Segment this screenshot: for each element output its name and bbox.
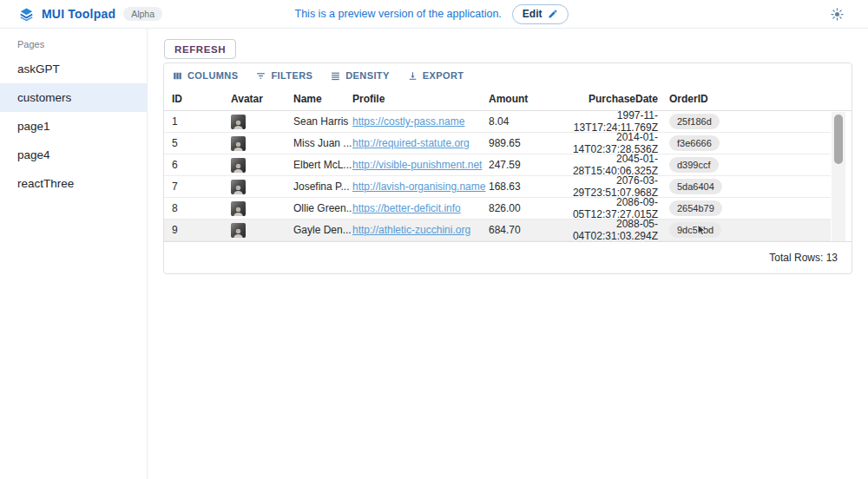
sidebar-items: askGPTcustomerspage1page4reactThree <box>0 55 147 198</box>
export-button[interactable]: EXPORT <box>407 70 464 82</box>
orderid-chip[interactable]: f3e6666 <box>669 135 720 151</box>
cell-orderid: 2654b79 <box>658 200 831 216</box>
sidebar: Pages askGPTcustomerspage1page4reactThre… <box>0 29 148 479</box>
cell-profile: http://required-statute.org <box>352 137 489 149</box>
vertical-scrollbar-track[interactable] <box>832 112 845 242</box>
table-row[interactable]: 8 Ollie Green... https://better-deficit.… <box>164 198 831 220</box>
sidebar-item-page4[interactable]: page4 <box>0 141 147 169</box>
header-name[interactable]: Name <box>293 93 352 105</box>
table-row[interactable]: 5 Miss Juan ... http://required-statute.… <box>164 133 831 154</box>
cell-purchasedate: 1997-11-13T17:24:11.769Z <box>565 109 658 134</box>
grid-toolbar: COLUMNS FILTERS DENSITY <box>164 63 852 88</box>
cell-avatar <box>231 115 293 129</box>
cell-avatar <box>231 136 293 151</box>
profile-link[interactable]: https://better-deficit.info <box>352 202 461 214</box>
app-title: MUI Toolpad <box>42 7 115 21</box>
cell-purchasedate: 2086-09-05T12:37:27.015Z <box>565 196 658 220</box>
sidebar-item-page1[interactable]: page1 <box>0 112 147 141</box>
toolpad-logo-icon <box>19 7 34 22</box>
cell-profile: https://costly-pass.name <box>352 115 489 128</box>
cell-id: 1 <box>164 115 231 128</box>
header-purchasedate[interactable]: PurchaseDate <box>565 93 658 105</box>
edit-button-label: Edit <box>523 8 542 20</box>
cell-profile: http://athletic-zucchini.org <box>352 224 489 236</box>
avatar-image <box>231 201 246 216</box>
table-row[interactable]: 7 Josefina P... http://lavish-organising… <box>164 176 831 198</box>
density-icon <box>330 70 341 82</box>
orderid-chip[interactable]: 25f186d <box>669 114 720 129</box>
profile-link[interactable]: http://athletic-zucchini.org <box>352 224 470 236</box>
orderid-chip[interactable]: 5da6404 <box>669 179 722 194</box>
profile-link[interactable]: http://lavish-organising.name <box>352 180 485 193</box>
cell-amount: 247.59 <box>489 159 565 171</box>
header-profile[interactable]: Profile <box>352 93 489 105</box>
cell-id: 7 <box>164 180 231 193</box>
columns-button[interactable]: COLUMNS <box>172 70 238 82</box>
cell-profile: http://lavish-organising.name <box>352 180 489 193</box>
edit-button[interactable]: Edit <box>512 4 569 24</box>
refresh-button[interactable]: REFRESH <box>164 39 236 59</box>
cell-profile: http://visible-punishment.net <box>352 159 489 171</box>
avatar-image <box>231 180 246 194</box>
table-row[interactable]: 1 Sean Harris https://costly-pass.name 8… <box>164 111 831 133</box>
orderid-chip[interactable]: 2654b79 <box>669 200 722 216</box>
sidebar-item-customers[interactable]: customers <box>0 83 147 112</box>
pencil-icon <box>548 9 558 19</box>
avatar-image <box>231 115 246 129</box>
header-avatar[interactable]: Avatar <box>231 93 293 105</box>
cell-amount: 989.65 <box>489 137 565 149</box>
cell-id: 8 <box>164 202 231 214</box>
cell-purchasedate: 2076-03-29T23:51:07.968Z <box>565 174 658 199</box>
cell-orderid: d399ccf <box>658 157 831 173</box>
sun-icon <box>831 8 844 21</box>
cell-purchasedate: 2014-01-14T02:37:28.536Z <box>565 131 658 155</box>
avatar-image <box>231 136 246 151</box>
filter-icon <box>255 70 266 82</box>
cell-amount: 168.63 <box>489 180 565 193</box>
cell-orderid: f3e6666 <box>658 135 831 151</box>
cell-name: Gayle Den... <box>293 224 352 236</box>
cell-name: Josefina P... <box>293 180 352 193</box>
table-row[interactable]: 6 Elbert McL... http://visible-punishmen… <box>164 154 831 176</box>
cell-purchasedate: 2045-01-28T15:40:06.325Z <box>565 153 658 177</box>
cell-orderid: 5da6404 <box>658 179 831 194</box>
cell-avatar <box>231 180 293 194</box>
download-icon <box>407 70 418 82</box>
profile-link[interactable]: https://costly-pass.name <box>352 115 464 128</box>
orderid-chip[interactable]: d399ccf <box>669 157 719 173</box>
header-amount[interactable]: Amount <box>489 93 565 105</box>
sidebar-item-reactThree[interactable]: reactThree <box>0 169 147 198</box>
cell-orderid: 9dc59bd <box>658 222 831 238</box>
cell-name: Ollie Green... <box>293 202 352 214</box>
main-content: REFRESH COLUMNS FILTERS <box>148 29 868 479</box>
cell-avatar <box>231 223 293 238</box>
filters-button[interactable]: FILTERS <box>255 70 312 82</box>
cell-orderid: 25f186d <box>658 114 831 129</box>
profile-link[interactable]: http://required-statute.org <box>352 137 470 149</box>
avatar-image <box>231 223 246 238</box>
cell-name: Sean Harris <box>293 115 352 128</box>
cell-profile: https://better-deficit.info <box>352 202 489 214</box>
avatar-image <box>231 158 246 173</box>
orderid-chip[interactable]: 9dc59bd <box>669 222 721 238</box>
cell-name: Miss Juan ... <box>293 137 352 149</box>
cell-id: 6 <box>164 159 231 171</box>
app-bar: MUI Toolpad Alpha This is a preview vers… <box>0 0 868 29</box>
brand-area: MUI Toolpad Alpha <box>0 7 295 22</box>
total-rows-label: Total Rows: 13 <box>769 252 838 264</box>
header-orderid[interactable]: OrderID <box>658 93 852 105</box>
cell-id: 9 <box>164 224 231 236</box>
data-grid: COLUMNS FILTERS DENSITY <box>163 62 852 274</box>
grid-header-row: ID Avatar Name Profile Amount PurchaseDa… <box>164 88 852 111</box>
grid-rows: 1 Sean Harris https://costly-pass.name 8… <box>164 111 852 241</box>
density-button[interactable]: DENSITY <box>330 70 389 82</box>
profile-link[interactable]: http://visible-punishment.net <box>352 159 482 171</box>
cell-avatar <box>231 158 293 173</box>
theme-toggle-button[interactable] <box>831 8 844 21</box>
sidebar-item-askGPT[interactable]: askGPT <box>0 55 147 83</box>
alpha-badge: Alpha <box>123 7 162 21</box>
cell-amount: 684.70 <box>489 224 565 236</box>
table-row[interactable]: 9 Gayle Den... http://athletic-zucchini.… <box>164 220 831 241</box>
vertical-scrollbar-thumb[interactable] <box>834 115 843 164</box>
header-id[interactable]: ID <box>164 93 231 105</box>
